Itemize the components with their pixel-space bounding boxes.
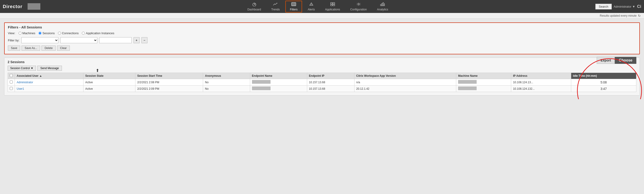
main-content: Filters - All Sessions View: Machines Se…: [0, 19, 644, 99]
col-header-endpoint-name: Endpoint Name: [250, 73, 307, 79]
filters-title: Filters - All Sessions: [8, 25, 636, 29]
radio-sessions[interactable]: Sessions: [38, 31, 55, 35]
ci-label: Ci: [637, 4, 641, 9]
status-bar: Results updated every minute ↻: [0, 13, 644, 19]
filter-select-1[interactable]: [21, 37, 58, 43]
radio-machines-label: Machines: [22, 31, 36, 35]
nav-label-alerts: Alerts: [308, 8, 315, 11]
col-header-checkbox: [8, 73, 15, 79]
user-link-2[interactable]: User1: [17, 87, 24, 91]
filter-row: Filter by: + −: [8, 37, 636, 43]
sessions-title: 2 Sessions: [8, 60, 24, 64]
row-endpoint-ip-1: 10.157.13.68: [307, 79, 354, 86]
row-workspace-version-1: n/a: [354, 79, 456, 86]
trends-icon: [273, 2, 278, 7]
nav-label-applications: Applications: [325, 8, 340, 11]
row-checkbox-1[interactable]: [8, 79, 15, 86]
svg-rect-11: [333, 4, 335, 6]
nav-label-trends: Trends: [271, 8, 280, 11]
nav-item-configuration[interactable]: Configuration: [346, 1, 372, 12]
row-machine-name-2: [456, 86, 511, 92]
filter-label: Filter by:: [8, 39, 20, 42]
col-header-endpoint-ip: Endpoint IP: [307, 73, 354, 79]
export-button[interactable]: Export: [597, 57, 615, 64]
nav-item-filters[interactable]: Filters: [285, 1, 302, 12]
col-header-idle-time: Idle Time (hh:mm): [571, 73, 636, 79]
filter-input[interactable]: [99, 37, 132, 43]
radio-connections[interactable]: Connections: [58, 31, 78, 35]
row-anonymous-2: No: [203, 86, 250, 92]
sessions-header: 2 Sessions: [8, 60, 636, 64]
sessions-panel: 2 Sessions Session Control ▼ Send Messag…: [4, 58, 640, 96]
row-endpoint-name-2: [250, 86, 307, 92]
col-header-start-time: Session Start Time: [135, 73, 203, 79]
col-header-state: Session State: [83, 73, 135, 79]
nav-item-analytics[interactable]: Analytics: [372, 1, 393, 12]
row-idle-time-1: 5:08: [571, 79, 636, 86]
configuration-icon: [356, 2, 361, 7]
nav-label-configuration: Configuration: [350, 8, 367, 11]
save-button[interactable]: Save: [8, 46, 20, 51]
col-header-workspace-version: Citrix Workspace App Version: [354, 73, 456, 79]
nav-item-alerts[interactable]: Alerts: [303, 1, 320, 12]
user-link-1[interactable]: Administrator: [17, 81, 33, 84]
search-button[interactable]: Search: [595, 4, 612, 9]
radio-connections-label: Connections: [62, 31, 78, 35]
radio-machines[interactable]: Machines: [18, 31, 36, 35]
brand-title: Director: [3, 4, 22, 9]
remove-filter-button[interactable]: −: [142, 37, 148, 43]
svg-rect-15: [383, 2, 384, 6]
col-header-ip-address: IP Address: [511, 73, 571, 79]
row-checkbox-2[interactable]: [8, 86, 15, 92]
row-endpoint-name-1: [250, 79, 307, 86]
nav-item-applications[interactable]: Applications: [320, 1, 345, 12]
svg-rect-16: [384, 4, 384, 6]
brand-box: [28, 3, 40, 10]
svg-rect-10: [330, 4, 332, 6]
row-user-1: Administrator: [15, 79, 84, 86]
filters-icon: [291, 2, 296, 7]
nav-item-dashboard[interactable]: Dashboard: [243, 1, 266, 12]
admin-label[interactable]: Administrator ▼: [614, 5, 635, 8]
export-choose-row: Export Choose: [597, 57, 636, 64]
nav-label-dashboard: Dashboard: [247, 8, 261, 11]
delete-button[interactable]: Delete: [42, 46, 56, 51]
applications-icon: [330, 2, 335, 7]
status-text: Results updated every minute: [600, 14, 636, 17]
choose-button[interactable]: Choose: [615, 57, 636, 64]
row-user-2: User1: [15, 86, 84, 92]
row-ip-address-1: 10.108.124.13...: [511, 79, 571, 86]
add-filter-button[interactable]: +: [134, 37, 140, 43]
filters-panel: Filters - All Sessions View: Machines Se…: [4, 22, 640, 54]
clear-button[interactable]: Clear: [57, 46, 70, 51]
refresh-icon[interactable]: ↻: [638, 14, 641, 17]
row-state-1: Active: [83, 79, 135, 86]
row-start-time-2: 2/2/2021 2:09 PM: [135, 86, 203, 92]
session-control-button[interactable]: Session Control ▼: [8, 66, 36, 71]
row-endpoint-ip-2: 10.157.13.68: [307, 86, 354, 92]
radio-app-instances-label: Application Instances: [86, 31, 114, 35]
radio-app-instances[interactable]: Application Instances: [82, 31, 114, 35]
filter-select-2[interactable]: [60, 37, 97, 43]
save-as-button[interactable]: Save As...: [22, 46, 40, 51]
row-machine-name-1: [456, 79, 511, 86]
svg-rect-1: [292, 2, 296, 6]
select-all-checkbox[interactable]: [10, 74, 13, 77]
row-idle-time-2: 3:47: [571, 86, 636, 92]
nav-label-analytics: Analytics: [377, 8, 388, 11]
send-message-button[interactable]: Send Message: [37, 66, 62, 71]
view-row: View: Machines Sessions Connections Appl…: [8, 31, 636, 35]
radio-group: Machines Sessions Connections Applicatio…: [18, 31, 114, 35]
row-start-time-1: 2/2/2021 2:08 PM: [135, 79, 203, 86]
nav-item-trends[interactable]: Trends: [266, 1, 284, 12]
top-nav: Director Dashboard Trends: [0, 0, 644, 13]
cursor-icon: ⬆: [96, 68, 99, 73]
table-row: User1 Active 2/2/2021 2:09 PM No 10.157.…: [8, 86, 636, 92]
nav-right: Search Administrator ▼ Ci: [595, 4, 641, 9]
action-row: Save Save As... Delete Clear: [8, 46, 636, 51]
row-state-2: Active: [83, 86, 135, 92]
table-row: Administrator Active 2/2/2021 2:08 PM No…: [8, 79, 636, 86]
view-label: View:: [8, 31, 15, 35]
sessions-table: Associated User ▲ Session State Session …: [8, 73, 636, 92]
svg-rect-9: [333, 2, 335, 4]
